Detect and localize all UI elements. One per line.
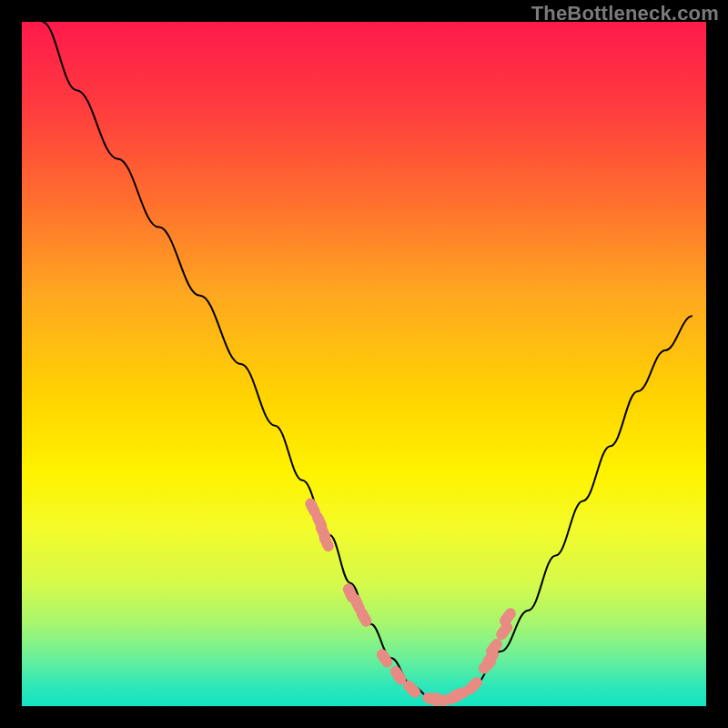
curve-marker <box>498 606 519 629</box>
curve-line <box>43 22 693 699</box>
bottleneck-curve-chart <box>0 0 728 728</box>
svg-rect-19 <box>498 606 519 629</box>
